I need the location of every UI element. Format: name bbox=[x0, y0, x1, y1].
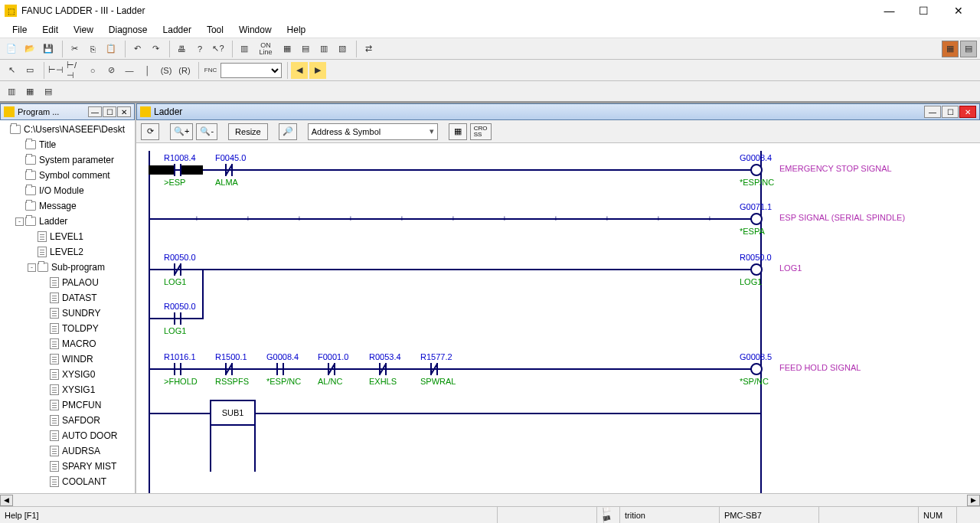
menu-tool[interactable]: Tool bbox=[199, 23, 231, 37]
tree-item[interactable]: I/O Module bbox=[0, 183, 135, 198]
tree-item[interactable]: LEVEL1 bbox=[0, 229, 135, 244]
redo-button[interactable]: ↷ bbox=[147, 41, 164, 57]
view-2-button[interactable]: ▦ bbox=[21, 83, 38, 100]
view-3-button[interactable]: ▤ bbox=[40, 83, 57, 100]
contact-no[interactable] bbox=[170, 363, 185, 375]
menu-window[interactable]: Window bbox=[231, 23, 279, 37]
refresh-button[interactable]: ⟳ bbox=[141, 123, 159, 140]
monitor-button[interactable]: ▥ bbox=[236, 41, 253, 57]
side-close-button[interactable]: ✕ bbox=[117, 106, 131, 117]
tool-3-button[interactable]: ▥ bbox=[315, 41, 332, 57]
coil[interactable] bbox=[750, 164, 763, 176]
tree-item[interactable]: MACRO bbox=[0, 336, 135, 351]
horizontal-scrollbar[interactable]: ◀ ▶ bbox=[0, 493, 980, 506]
tree-item[interactable]: DATAST bbox=[0, 290, 135, 306]
tree-item[interactable]: SAFDOR bbox=[0, 413, 135, 428]
reset-coil-tool[interactable]: (R) bbox=[176, 62, 193, 79]
expand-icon[interactable]: - bbox=[28, 263, 36, 272]
side-maximize-button[interactable]: ☐ bbox=[103, 106, 116, 117]
ladder-maximize-button[interactable]: ☐ bbox=[942, 106, 959, 118]
tree-item[interactable]: PALAOU bbox=[0, 275, 135, 290]
menu-edit[interactable]: Edit bbox=[34, 23, 66, 37]
sub-block[interactable]: SUB1 bbox=[210, 400, 256, 426]
menu-diagnose[interactable]: Diagnose bbox=[101, 23, 155, 37]
select-tool[interactable]: ↖ bbox=[3, 62, 20, 79]
tree-root[interactable]: C:\Users\NASEEF\Deskt bbox=[0, 122, 135, 137]
coil-tool[interactable]: ○ bbox=[84, 62, 101, 79]
tool-4-button[interactable]: ▧ bbox=[334, 41, 351, 57]
function-tool[interactable]: FNC bbox=[202, 62, 219, 79]
ladder-diagram[interactable]: R1008.4>ESPF0045.0ALMAG0008.4*ESP/NCEMER… bbox=[136, 143, 980, 493]
tree-item[interactable]: XYSIG0 bbox=[0, 367, 135, 382]
function-select[interactable] bbox=[220, 63, 282, 78]
panel-1-button[interactable]: ▦ bbox=[942, 41, 959, 57]
tree-item[interactable]: AUTO DOOR bbox=[0, 428, 135, 443]
tree-item[interactable]: COOLANT bbox=[0, 474, 135, 489]
coil[interactable] bbox=[750, 213, 763, 225]
open-button[interactable]: 📂 bbox=[21, 41, 38, 57]
contact-nc[interactable] bbox=[221, 164, 237, 176]
help-button[interactable]: ? bbox=[191, 41, 208, 57]
menu-ladder[interactable]: Ladder bbox=[155, 23, 199, 37]
tree-item[interactable]: SUNDRY bbox=[0, 306, 135, 321]
scroll-left-button[interactable]: ◀ bbox=[0, 495, 13, 506]
copy-button[interactable]: ⎘ bbox=[84, 41, 101, 57]
tree-item[interactable]: LEVEL2 bbox=[0, 244, 135, 260]
contact-nc-tool[interactable]: ⊢/⊣ bbox=[66, 62, 83, 79]
menu-view[interactable]: View bbox=[66, 23, 101, 37]
maximize-button[interactable]: ☐ bbox=[906, 0, 941, 21]
new-button[interactable]: 📄 bbox=[3, 41, 20, 57]
tree-item[interactable]: PMCFUN bbox=[0, 397, 135, 413]
tool-5-button[interactable]: ⇄ bbox=[360, 41, 377, 57]
ladder-close-button[interactable]: ✕ bbox=[959, 106, 976, 118]
cut-button[interactable]: ✂ bbox=[66, 41, 83, 57]
tree-item[interactable]: -Ladder bbox=[0, 214, 135, 229]
nav-prev-button[interactable]: ◀ bbox=[291, 62, 308, 79]
paste-button[interactable]: 📋 bbox=[103, 41, 119, 57]
edit-tool[interactable]: ▭ bbox=[21, 62, 38, 79]
set-coil-tool[interactable]: (S) bbox=[158, 62, 175, 79]
nav-next-button[interactable]: ▶ bbox=[309, 62, 326, 79]
contact-nc[interactable] bbox=[221, 363, 237, 375]
save-button[interactable]: 💾 bbox=[40, 41, 57, 57]
minimize-button[interactable]: — bbox=[872, 0, 906, 21]
hline-tool[interactable]: — bbox=[121, 62, 138, 79]
panel-2-button[interactable]: ▤ bbox=[960, 41, 977, 57]
contact-nc[interactable] bbox=[324, 363, 339, 375]
view-1-button[interactable]: ▥ bbox=[3, 83, 20, 100]
coil-nc-tool[interactable]: ⊘ bbox=[103, 62, 119, 79]
ladder-minimize-button[interactable]: — bbox=[924, 106, 941, 118]
coil[interactable] bbox=[750, 263, 763, 276]
tree-item[interactable]: Title bbox=[0, 137, 135, 152]
tool-1-button[interactable]: ▦ bbox=[279, 41, 296, 57]
tree-item[interactable]: XYSIG1 bbox=[0, 382, 135, 397]
contact-no-tool[interactable]: ⊢⊣ bbox=[47, 62, 64, 79]
contact-nc[interactable] bbox=[375, 363, 390, 375]
program-tree[interactable]: C:\Users\NASEEF\Deskt TitleSystem parame… bbox=[0, 120, 135, 493]
menu-help[interactable]: Help bbox=[279, 23, 314, 37]
tree-item[interactable]: Symbol comment bbox=[0, 168, 135, 183]
tool-2-button[interactable]: ▤ bbox=[297, 41, 314, 57]
undo-button[interactable]: ↶ bbox=[129, 41, 145, 57]
zoom-out-button[interactable]: 🔍- bbox=[196, 123, 217, 140]
side-minimize-button[interactable]: — bbox=[88, 106, 102, 117]
tree-item[interactable]: SPARY MIST bbox=[0, 459, 135, 474]
context-help-button[interactable]: ↖? bbox=[210, 41, 227, 57]
tree-item[interactable]: WINDR bbox=[0, 351, 135, 367]
cross-button[interactable]: CROSS bbox=[470, 123, 492, 140]
contact-nc[interactable] bbox=[426, 363, 442, 375]
tree-item[interactable]: -Sub-program bbox=[0, 260, 135, 275]
contact-nc[interactable] bbox=[170, 263, 185, 276]
zoom-in-button[interactable]: 🔍+ bbox=[170, 123, 193, 140]
resize-button[interactable]: Resize bbox=[228, 123, 268, 140]
tree-item[interactable]: AUDRSA bbox=[0, 443, 135, 459]
vline-tool[interactable]: │ bbox=[139, 62, 156, 79]
expand-icon[interactable]: - bbox=[15, 217, 24, 226]
close-button[interactable]: ✕ bbox=[941, 0, 975, 21]
contact-no[interactable] bbox=[170, 312, 185, 325]
tree-item[interactable]: Message bbox=[0, 198, 135, 214]
menu-file[interactable]: File bbox=[5, 23, 34, 37]
scroll-right-button[interactable]: ▶ bbox=[967, 495, 980, 506]
tree-item[interactable]: TOLDPY bbox=[0, 321, 135, 336]
contact-no[interactable] bbox=[273, 363, 288, 375]
